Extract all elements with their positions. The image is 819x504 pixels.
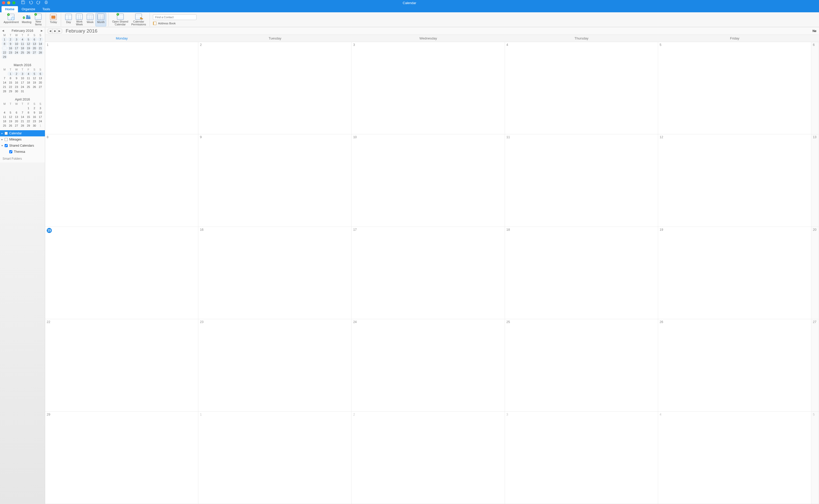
menu-tab-tools[interactable]: Tools: [39, 6, 54, 12]
mini-day[interactable]: 29: [7, 89, 13, 93]
meeting-button[interactable]: + Meeting: [20, 13, 33, 26]
mini-day[interactable]: 29: [25, 123, 31, 128]
mini-day[interactable]: 7: [2, 76, 7, 80]
mini-day[interactable]: 25: [25, 85, 31, 89]
calendar-list-item[interactable]: ▸Calendar: [0, 130, 45, 136]
mini-day[interactable]: 24: [37, 119, 43, 123]
mini-day[interactable]: 22: [25, 119, 31, 123]
disclosure-icon[interactable]: ▸: [2, 132, 3, 135]
day-cell[interactable]: 8: [45, 134, 198, 226]
mini-day[interactable]: 27: [31, 50, 37, 55]
calendar-list-item[interactable]: ▸Mileages: [0, 136, 45, 143]
mini-day[interactable]: 2: [31, 106, 37, 110]
mini-day[interactable]: 23: [31, 119, 37, 123]
mini-day[interactable]: 31: [19, 89, 25, 93]
prev-month-button[interactable]: ◀: [48, 29, 53, 33]
mini-day[interactable]: 10: [14, 42, 19, 46]
mini-day[interactable]: 25: [2, 123, 7, 128]
mini-day[interactable]: 12: [25, 42, 31, 46]
redo-icon[interactable]: [36, 0, 41, 5]
mini-day[interactable]: 19: [31, 80, 37, 85]
undo-icon[interactable]: [29, 0, 33, 5]
calendar-checkbox[interactable]: [5, 144, 8, 147]
appointment-button[interactable]: + Appointment: [2, 13, 20, 26]
day-cell[interactable]: 15: [45, 227, 198, 319]
mini-day[interactable]: 7: [19, 110, 25, 115]
day-cell-weekend[interactable]: 6: [811, 42, 819, 134]
mini-day[interactable]: 13: [31, 42, 37, 46]
day-cell-weekend[interactable]: 20: [811, 227, 819, 319]
calendar-permissions-button[interactable]: Calendar Permissions: [130, 13, 147, 26]
mini-day[interactable]: 27: [14, 123, 19, 128]
day-cell-weekend[interactable]: 13: [811, 134, 819, 226]
mini-day[interactable]: 18: [19, 46, 25, 50]
today-button[interactable]: Today: [48, 13, 59, 26]
open-shared-calendar-button[interactable]: +Open Shared Calendar: [110, 13, 129, 26]
menu-tab-organize[interactable]: Organize: [18, 6, 39, 12]
mini-day[interactable]: 9: [31, 110, 37, 115]
mini-day[interactable]: 19: [25, 46, 31, 50]
mini-day[interactable]: 18: [2, 119, 7, 123]
day-cell[interactable]: 4: [658, 412, 811, 504]
new-items-button[interactable]: + New Items: [33, 13, 44, 26]
day-cell[interactable]: 17: [352, 227, 505, 319]
mini-day[interactable]: 26: [7, 123, 13, 128]
mini-day[interactable]: 28: [19, 123, 25, 128]
disclosure-icon[interactable]: ▸: [2, 138, 3, 141]
mini-day[interactable]: 24: [19, 85, 25, 89]
mini-day[interactable]: 6: [37, 72, 43, 76]
mini-day[interactable]: 5: [31, 72, 37, 76]
window-close-button[interactable]: [2, 1, 5, 4]
mini-day[interactable]: 11: [25, 76, 31, 80]
day-cell[interactable]: 29: [45, 412, 198, 504]
mini-day[interactable]: 17: [14, 46, 19, 50]
window-minimize-button[interactable]: [7, 1, 10, 4]
month-view-button[interactable]: Month: [95, 13, 106, 26]
print-icon[interactable]: [44, 0, 48, 5]
mini-prev-button[interactable]: ◀: [1, 29, 5, 33]
mini-day[interactable]: 18: [25, 80, 31, 85]
day-cell[interactable]: 12: [658, 134, 811, 226]
mini-next-button[interactable]: ▶: [40, 29, 44, 33]
find-contact-input[interactable]: [153, 14, 196, 20]
day-cell[interactable]: 5: [658, 42, 811, 134]
mini-day[interactable]: 8: [25, 110, 31, 115]
mini-day[interactable]: 13: [37, 76, 43, 80]
day-cell[interactable]: 24: [352, 319, 505, 411]
day-cell-weekend[interactable]: 27: [811, 319, 819, 411]
menu-tab-home[interactable]: Home: [2, 6, 18, 12]
mini-day[interactable]: 6: [14, 110, 19, 115]
mini-day[interactable]: 11: [2, 115, 7, 119]
mini-day[interactable]: 4: [19, 37, 25, 42]
mini-day[interactable]: 7: [37, 37, 43, 42]
day-cell[interactable]: 26: [658, 319, 811, 411]
mini-day[interactable]: 9: [14, 76, 19, 80]
mini-day[interactable]: 3: [37, 106, 43, 110]
mini-day[interactable]: 16: [31, 115, 37, 119]
calendar-checkbox[interactable]: [9, 150, 12, 153]
address-book-button[interactable]: Address Book: [153, 22, 196, 25]
mini-day[interactable]: 10: [37, 110, 43, 115]
window-zoom-button[interactable]: [12, 1, 15, 4]
day-cell[interactable]: 3: [352, 42, 505, 134]
day-cell[interactable]: 9: [198, 134, 352, 226]
mini-day[interactable]: 21: [19, 119, 25, 123]
mini-day[interactable]: 8: [7, 76, 13, 80]
mini-day[interactable]: 12: [7, 115, 13, 119]
mini-day[interactable]: 17: [37, 115, 43, 119]
calendar-list-item[interactable]: Theresa: [0, 149, 45, 155]
mini-day[interactable]: 5: [7, 110, 13, 115]
week-view-button[interactable]: Week: [85, 13, 95, 26]
day-cell[interactable]: 22: [45, 319, 198, 411]
mini-day[interactable]: 30: [14, 89, 19, 93]
day-cell[interactable]: 1: [198, 412, 352, 504]
mini-day[interactable]: 2: [14, 72, 19, 76]
mini-day[interactable]: 23: [14, 85, 19, 89]
mini-day[interactable]: 23: [7, 50, 13, 55]
mini-day[interactable]: 20: [37, 80, 43, 85]
mini-day[interactable]: 26: [31, 85, 37, 89]
day-cell[interactable]: 2: [352, 412, 505, 504]
mini-day[interactable]: 19: [7, 119, 13, 123]
day-cell[interactable]: 25: [505, 319, 658, 411]
day-cell[interactable]: 23: [198, 319, 352, 411]
